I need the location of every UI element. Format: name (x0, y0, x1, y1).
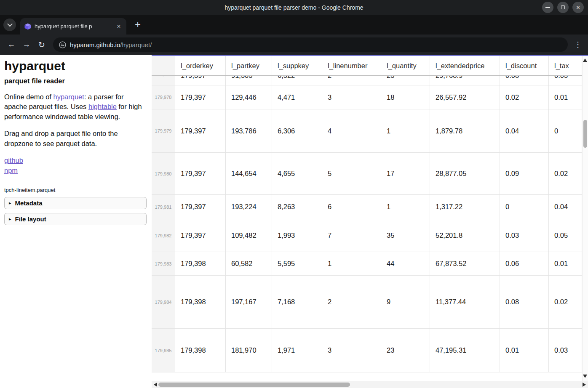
address-bar[interactable]: hyparam.github.io/hyparquet/ (53, 37, 568, 52)
cell[interactable]: 0.01 (500, 329, 549, 372)
cell[interactable]: 2 (322, 276, 381, 328)
cell[interactable]: 1,971 (272, 329, 322, 372)
column-header-l_tax[interactable]: l_tax (549, 56, 582, 75)
cell[interactable]: 0.01 (549, 252, 582, 275)
cell[interactable]: 35 (381, 219, 430, 252)
horizontal-scroll-thumb[interactable] (158, 383, 350, 387)
close-button[interactable]: ✕ (572, 2, 584, 13)
cell[interactable]: 9 (381, 276, 430, 328)
cell[interactable]: 60,582 (226, 252, 272, 275)
cell[interactable]: 26,557.92 (430, 85, 500, 109)
cell[interactable]: 181,970 (226, 329, 272, 372)
cell[interactable]: 6 (322, 195, 381, 219)
github-link[interactable]: github (4, 156, 23, 165)
cell[interactable]: 0.04 (549, 195, 582, 219)
cell[interactable]: 18 (381, 85, 430, 109)
browser-tab[interactable]: hyparquet parquet file p ✕ (20, 18, 126, 35)
cell[interactable]: 5 (322, 153, 381, 194)
cell[interactable]: 3 (322, 329, 381, 372)
cell[interactable]: 193,786 (226, 109, 272, 152)
hyparquet-link[interactable]: hyparquet (53, 93, 84, 101)
cell[interactable]: 0.04 (500, 109, 549, 152)
cell[interactable]: 0 (549, 109, 582, 152)
new-tab-button[interactable]: + (131, 19, 144, 31)
scroll-left-icon[interactable] (154, 383, 157, 387)
cell[interactable]: 7,168 (272, 276, 322, 328)
cell[interactable]: 179,397 (175, 153, 226, 194)
minimize-button[interactable] (542, 2, 553, 13)
cell[interactable]: 179,398 (175, 252, 226, 275)
cell[interactable]: 17 (381, 153, 430, 194)
cell[interactable]: 8,263 (272, 195, 322, 219)
cell[interactable]: 4,471 (272, 85, 322, 109)
metadata-section-toggle[interactable]: ▸ Metadata (4, 197, 147, 209)
column-header-l_quantity[interactable]: l_quantity (381, 56, 430, 75)
vertical-scroll-thumb[interactable] (583, 120, 587, 148)
scroll-up-icon[interactable] (583, 58, 587, 62)
cell[interactable]: 197,167 (226, 276, 272, 328)
cell[interactable]: 179,397 (175, 76, 226, 85)
npm-link[interactable]: npm (4, 166, 18, 175)
column-header-l_suppkey[interactable]: l_suppkey (272, 56, 322, 75)
file-layout-section-toggle[interactable]: ▸ File layout (4, 213, 147, 225)
cell[interactable]: 0 (500, 195, 549, 219)
cell[interactable]: 193,224 (226, 195, 272, 219)
tab-close-icon[interactable]: ✕ (115, 22, 123, 31)
cell[interactable]: 5,595 (272, 252, 322, 275)
cell[interactable]: 47,195.31 (430, 329, 500, 372)
cell[interactable]: 29,768.9 (430, 76, 500, 85)
scroll-down-icon[interactable] (583, 375, 587, 378)
cell[interactable]: 91,303 (226, 76, 272, 85)
cell[interactable]: 0.05 (549, 219, 582, 252)
cell[interactable]: 1,317.22 (430, 195, 500, 219)
maximize-button[interactable] (557, 2, 569, 13)
cell[interactable]: 7 (322, 219, 381, 252)
cell[interactable]: 0.08 (500, 276, 549, 328)
cell[interactable]: 2 (322, 76, 381, 85)
cell[interactable]: 0.08 (500, 76, 549, 85)
cell[interactable]: 44 (381, 252, 430, 275)
cell[interactable]: 67,873.52 (430, 252, 500, 275)
cell[interactable]: 179,397 (175, 85, 226, 109)
back-button[interactable]: ← (4, 37, 19, 52)
cell[interactable]: 109,482 (226, 219, 272, 252)
cell[interactable]: 0.01 (549, 85, 582, 109)
cell[interactable]: 1 (381, 109, 430, 152)
cell[interactable]: 0.02 (500, 85, 549, 109)
column-header-l_discount[interactable]: l_discount (500, 56, 549, 75)
cell[interactable]: 179,397 (175, 195, 226, 219)
cell[interactable]: 23 (381, 76, 430, 85)
cell[interactable]: 1,993 (272, 219, 322, 252)
cell[interactable]: 6,322 (272, 76, 322, 85)
cell[interactable]: 6,306 (272, 109, 322, 152)
cell[interactable]: 4,655 (272, 153, 322, 194)
cell[interactable]: 0.03 (549, 76, 582, 85)
scroll-right-icon[interactable] (583, 383, 586, 387)
cell[interactable]: 4 (322, 109, 381, 152)
vertical-scrollbar[interactable] (582, 56, 588, 381)
column-header-l_orderkey[interactable]: l_orderkey (175, 56, 226, 75)
cell[interactable]: 0.02 (549, 276, 582, 328)
tab-search-button[interactable] (3, 19, 16, 31)
cell[interactable]: 1,879.78 (430, 109, 500, 152)
cell[interactable]: 144,654 (226, 153, 272, 194)
column-header-l_extendedprice[interactable]: l_extendedprice (430, 56, 500, 75)
horizontal-scrollbar[interactable] (152, 381, 588, 388)
forward-button[interactable]: → (19, 37, 34, 52)
cell[interactable]: 129,446 (226, 85, 272, 109)
cell[interactable]: 179,398 (175, 276, 226, 328)
reload-button[interactable]: ↻ (35, 37, 49, 52)
cell[interactable]: 0.03 (549, 329, 582, 372)
cell[interactable]: 179,397 (175, 219, 226, 252)
cell[interactable]: 179,397 (175, 109, 226, 152)
cell[interactable]: 0.02 (549, 153, 582, 194)
cell[interactable]: 52,201.8 (430, 219, 500, 252)
column-header-l_partkey[interactable]: l_partkey (226, 56, 272, 75)
cell[interactable]: 0.06 (500, 252, 549, 275)
cell[interactable]: 23 (381, 329, 430, 372)
cell[interactable]: 1 (381, 195, 430, 219)
browser-menu-icon[interactable]: ⋮ (572, 40, 584, 49)
hightable-link[interactable]: hightable (88, 103, 117, 110)
cell[interactable]: 11,377.44 (430, 276, 500, 328)
cell[interactable]: 179,398 (175, 329, 226, 372)
